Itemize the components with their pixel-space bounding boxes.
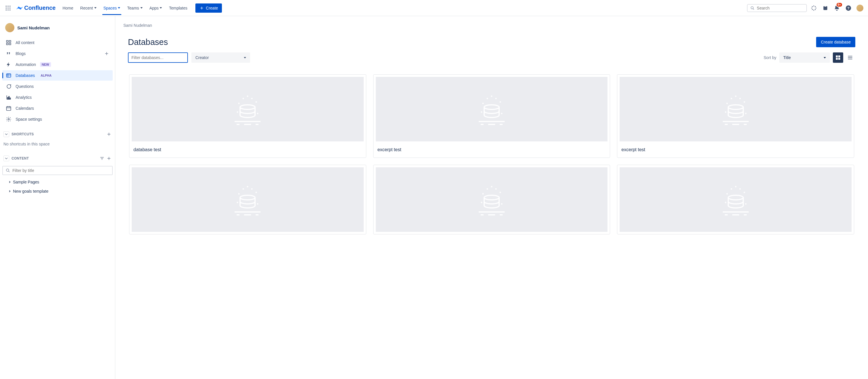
sort-select[interactable]: Title (779, 53, 830, 63)
space-name: Sami Nudelman (17, 25, 50, 30)
sort-value: Title (783, 55, 791, 60)
svg-point-62 (251, 98, 253, 99)
svg-rect-35 (7, 107, 11, 110)
space-header[interactable]: Sami Nudelman (2, 22, 113, 37)
svg-point-111 (491, 186, 492, 187)
database-card[interactable]: database test (129, 74, 366, 158)
svg-point-8 (9, 9, 10, 10)
svg-point-74 (495, 98, 497, 99)
creator-filter[interactable]: Creator (191, 53, 250, 63)
add-content-icon[interactable] (106, 156, 112, 161)
database-card[interactable] (373, 165, 610, 234)
database-thumbnail-icon (376, 77, 608, 141)
sidebar-item-space-settings[interactable]: Space settings (2, 114, 113, 125)
filter-databases-input[interactable] (128, 53, 188, 63)
nav-apps[interactable]: Apps (146, 1, 166, 15)
sidebar-item-automation[interactable]: AutomationNEW (2, 59, 113, 70)
svg-point-7 (7, 9, 8, 10)
sidebar-item-blogs[interactable]: Blogs (2, 48, 113, 59)
svg-rect-47 (836, 58, 838, 60)
database-card[interactable] (617, 165, 854, 234)
svg-point-84 (744, 101, 745, 103)
svg-point-71 (482, 103, 484, 104)
svg-point-100 (484, 195, 499, 200)
nav-teams[interactable]: Teams (124, 1, 146, 15)
svg-rect-32 (7, 97, 8, 99)
svg-point-60 (256, 101, 257, 103)
svg-point-120 (744, 192, 745, 193)
svg-point-88 (240, 195, 255, 200)
creator-label: Creator (195, 55, 209, 60)
profile-avatar[interactable] (855, 3, 865, 13)
svg-point-76 (728, 105, 743, 109)
chevron-down-icon (118, 7, 120, 9)
database-card[interactable] (129, 165, 366, 234)
tree-item[interactable]: New goals template (2, 186, 113, 196)
svg-point-1 (7, 5, 8, 6)
sidebar-item-calendars[interactable]: Calendars (2, 103, 113, 113)
gear-icon (6, 116, 11, 122)
search-input[interactable] (757, 6, 803, 10)
nav-templates[interactable]: Templates (165, 1, 191, 15)
svg-point-117 (725, 202, 726, 203)
content-filter-input[interactable] (12, 168, 109, 173)
grid-view-button[interactable] (833, 53, 843, 63)
app-switcher-icon[interactable] (3, 3, 13, 13)
notifications-icon[interactable]: 9+ (832, 3, 841, 13)
svg-point-72 (499, 101, 501, 103)
svg-point-105 (481, 202, 482, 203)
content-expand-icon[interactable] (3, 156, 9, 161)
svg-point-69 (481, 111, 482, 113)
svg-rect-24 (9, 41, 11, 42)
svg-point-82 (745, 113, 746, 114)
confluence-logo[interactable]: Confluence (14, 5, 58, 11)
svg-point-109 (487, 188, 488, 190)
create-database-button[interactable]: Create database (816, 37, 855, 47)
chevron-down-icon (141, 7, 143, 9)
chevron-right-icon (9, 190, 11, 193)
database-thumbnail-icon (132, 167, 364, 232)
svg-point-118 (745, 203, 746, 205)
avatar-icon (857, 5, 863, 11)
sidebar-item-analytics[interactable]: Analytics (2, 92, 113, 103)
global-search[interactable] (747, 4, 807, 12)
database-card[interactable]: excerpt test (617, 74, 854, 158)
sidebar-item-databases[interactable]: DatabasesALPHA (2, 70, 113, 81)
database-card[interactable]: excerpt test (373, 74, 610, 158)
chevron-down-icon (94, 7, 97, 9)
add-shortcut-icon[interactable] (106, 132, 112, 137)
top-navigation: Confluence HomeRecentSpacesTeamsAppsTemp… (0, 0, 868, 16)
svg-rect-19 (823, 6, 827, 10)
breadcrumb[interactable]: Sami Nudelman (123, 23, 860, 28)
svg-point-108 (499, 192, 501, 193)
table-icon (6, 73, 11, 78)
svg-rect-25 (7, 43, 8, 45)
sidebar-item-label: Databases (16, 73, 35, 78)
tasks-icon[interactable] (821, 3, 830, 13)
tree-item[interactable]: Sample Pages (2, 177, 113, 186)
create-button[interactable]: Create (195, 3, 222, 13)
help-icon[interactable]: ? (844, 3, 853, 13)
sidebar-item-all-content[interactable]: All content (2, 37, 113, 48)
svg-point-95 (238, 193, 240, 195)
product-name: Confluence (24, 5, 56, 11)
discover-icon[interactable] (809, 3, 818, 13)
card-title: excerpt test (373, 144, 610, 158)
content-filter-icon[interactable] (99, 156, 104, 161)
nav-recent[interactable]: Recent (76, 1, 100, 15)
svg-point-106 (501, 203, 502, 205)
svg-line-17 (812, 9, 813, 10)
nav-spaces[interactable]: Spaces (100, 1, 124, 15)
add-icon[interactable] (104, 51, 109, 56)
shortcuts-expand-icon[interactable] (3, 131, 9, 137)
svg-point-59 (238, 103, 240, 104)
svg-point-9 (751, 6, 753, 9)
content-filter[interactable] (2, 166, 113, 175)
sidebar-item-questions[interactable]: Questions (2, 81, 113, 92)
nav-home[interactable]: Home (59, 1, 76, 15)
shortcuts-heading: SHORTCUTS (11, 132, 34, 136)
list-view-button[interactable] (845, 53, 855, 63)
svg-rect-23 (7, 41, 8, 42)
svg-rect-27 (7, 74, 11, 77)
card-title: database test (129, 144, 366, 158)
